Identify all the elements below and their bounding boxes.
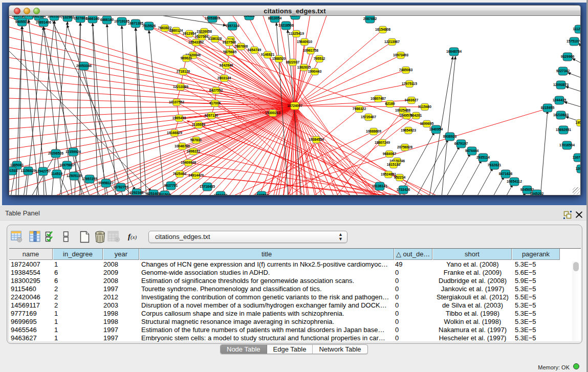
svg-text:15640910: 15640910 bbox=[297, 40, 312, 43]
svg-text:116753: 116753 bbox=[573, 156, 581, 159]
svg-text:18807249: 18807249 bbox=[375, 141, 390, 144]
svg-text:19384554: 19384554 bbox=[309, 138, 324, 141]
svg-text:10961758: 10961758 bbox=[303, 49, 318, 52]
svg-text:15751074: 15751074 bbox=[567, 39, 581, 43]
svg-text:964201: 964201 bbox=[410, 114, 422, 117]
svg-text:2867608: 2867608 bbox=[234, 45, 248, 48]
svg-text:10973493: 10973493 bbox=[393, 53, 408, 57]
svg-text:1962304: 1962304 bbox=[32, 16, 46, 18]
svg-text:15716485: 15716485 bbox=[200, 185, 215, 188]
svg-text:20053346: 20053346 bbox=[76, 64, 92, 68]
svg-text:12213967: 12213967 bbox=[384, 40, 400, 43]
svg-text:15720407: 15720407 bbox=[361, 115, 376, 119]
svg-text:3912954: 3912954 bbox=[183, 32, 197, 35]
svg-text:5875685: 5875685 bbox=[223, 50, 237, 54]
svg-text:18724007: 18724007 bbox=[287, 104, 302, 107]
svg-text:11325419: 11325419 bbox=[289, 32, 304, 35]
svg-text:8454749: 8454749 bbox=[248, 48, 262, 52]
svg-text:1640954: 1640954 bbox=[429, 127, 443, 131]
svg-text:991533: 991533 bbox=[9, 169, 18, 172]
svg-text:9684067: 9684067 bbox=[383, 152, 397, 156]
svg-text:9463627: 9463627 bbox=[405, 98, 419, 102]
svg-text:10107552: 10107552 bbox=[169, 100, 184, 104]
svg-text:10719185: 10719185 bbox=[114, 19, 129, 23]
svg-text:1135559: 1135559 bbox=[192, 123, 205, 126]
svg-text:7485063: 7485063 bbox=[399, 68, 413, 72]
svg-text:23226058: 23226058 bbox=[197, 30, 212, 33]
svg-text:20206526: 20206526 bbox=[48, 151, 63, 155]
svg-text:16409948: 16409948 bbox=[181, 161, 196, 164]
svg-text:6466160: 6466160 bbox=[86, 17, 100, 20]
svg-text:795512: 795512 bbox=[314, 57, 325, 60]
svg-text:8215955: 8215955 bbox=[541, 106, 555, 110]
svg-text:8427552: 8427552 bbox=[209, 89, 223, 92]
svg-text:62160: 62160 bbox=[385, 102, 395, 105]
svg-text:20891406: 20891406 bbox=[36, 20, 51, 24]
svg-text:12505135: 12505135 bbox=[67, 174, 82, 178]
svg-text:10688609: 10688609 bbox=[366, 129, 381, 133]
svg-text:952214: 952214 bbox=[394, 176, 406, 179]
svg-text:19218506: 19218506 bbox=[278, 24, 294, 27]
svg-text:1292346: 1292346 bbox=[130, 191, 144, 194]
svg-text:8822037: 8822037 bbox=[286, 60, 300, 64]
svg-text:9637791: 9637791 bbox=[164, 184, 178, 187]
svg-text:8471626: 8471626 bbox=[499, 172, 513, 176]
svg-text:9253405: 9253405 bbox=[147, 192, 161, 195]
svg-text:9405571: 9405571 bbox=[15, 20, 29, 24]
svg-text:1615132: 1615132 bbox=[387, 163, 401, 166]
svg-text:9327506: 9327506 bbox=[223, 40, 236, 44]
svg-text:1527602: 1527602 bbox=[74, 16, 88, 20]
svg-text:19654923: 19654923 bbox=[401, 128, 416, 132]
svg-text:8267130: 8267130 bbox=[205, 114, 219, 117]
svg-text:10807487: 10807487 bbox=[371, 97, 386, 100]
svg-text:8860124: 8860124 bbox=[169, 29, 183, 32]
svg-text:417006: 417006 bbox=[209, 101, 221, 105]
svg-text:12942757: 12942757 bbox=[35, 169, 51, 173]
svg-text:16543382: 16543382 bbox=[188, 40, 204, 44]
svg-text:16671385: 16671385 bbox=[128, 21, 143, 25]
svg-text:2935114: 2935114 bbox=[476, 156, 490, 159]
svg-text:9115460: 9115460 bbox=[418, 105, 431, 108]
svg-text:6479197: 6479197 bbox=[454, 142, 468, 145]
svg-text:16648784: 16648784 bbox=[446, 50, 462, 53]
svg-text:7986322: 7986322 bbox=[353, 107, 366, 111]
svg-text:8813054: 8813054 bbox=[268, 16, 282, 20]
svg-text:9245052: 9245052 bbox=[520, 188, 534, 191]
svg-text:6466160: 6466160 bbox=[100, 18, 114, 21]
svg-text:11156829: 11156829 bbox=[20, 169, 36, 172]
svg-text:831504: 831504 bbox=[159, 193, 171, 195]
svg-text:7515526: 7515526 bbox=[142, 24, 156, 28]
svg-text:9242848: 9242848 bbox=[220, 63, 233, 67]
svg-text:10654112: 10654112 bbox=[507, 180, 522, 183]
svg-text:9474444: 9474444 bbox=[465, 149, 479, 152]
svg-text:7132902: 7132902 bbox=[61, 16, 75, 19]
svg-text:8938923: 8938923 bbox=[443, 135, 457, 138]
svg-text:16053809: 16053809 bbox=[205, 16, 220, 20]
svg-text:120210: 120210 bbox=[576, 167, 581, 170]
svg-text:9527506: 9527506 bbox=[195, 35, 209, 38]
svg-text:954122: 954122 bbox=[244, 16, 255, 17]
svg-text:12093873: 12093873 bbox=[553, 83, 569, 86]
svg-text:7357224: 7357224 bbox=[226, 24, 239, 28]
svg-text:1362615: 1362615 bbox=[297, 65, 311, 69]
svg-text:10958127: 10958127 bbox=[98, 181, 114, 185]
svg-text:1990443: 1990443 bbox=[308, 70, 322, 73]
svg-text:1385081: 1385081 bbox=[10, 163, 24, 167]
svg-text:9699695: 9699695 bbox=[420, 122, 434, 125]
svg-text:9146821: 9146821 bbox=[261, 53, 275, 56]
svg-text:989621: 989621 bbox=[181, 56, 192, 60]
svg-text:15300213: 15300213 bbox=[265, 111, 280, 115]
svg-text:3498222: 3498222 bbox=[187, 149, 201, 153]
svg-text:1045202: 1045202 bbox=[530, 192, 544, 195]
svg-text:2718126: 2718126 bbox=[177, 70, 190, 73]
svg-text:1965493: 1965493 bbox=[172, 116, 186, 120]
svg-text:12213389: 12213389 bbox=[173, 85, 188, 89]
svg-text:15692951: 15692951 bbox=[556, 128, 571, 132]
svg-text:114519: 114519 bbox=[51, 172, 63, 176]
svg-text:9329966: 9329966 bbox=[561, 55, 575, 58]
svg-text:20756928: 20756928 bbox=[397, 145, 412, 149]
svg-text:2803144: 2803144 bbox=[217, 76, 231, 80]
svg-text:1588520: 1588520 bbox=[272, 57, 286, 60]
svg-text:2087682: 2087682 bbox=[363, 17, 377, 20]
svg-text:17359924: 17359924 bbox=[66, 150, 81, 154]
